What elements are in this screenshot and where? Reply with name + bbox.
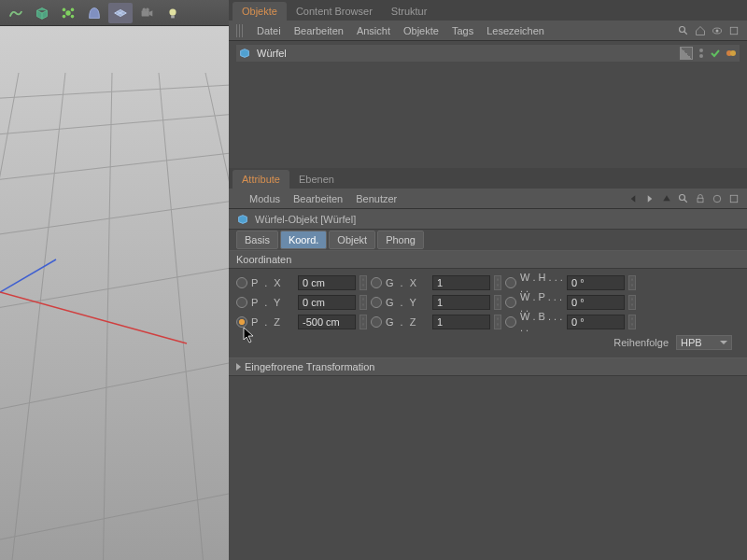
menu-edit[interactable]: Bearbeiten <box>294 25 344 36</box>
tab-objects[interactable]: Objekte <box>233 2 287 21</box>
spinner-py[interactable] <box>359 295 367 310</box>
spinner-wh[interactable] <box>628 275 636 290</box>
input-gx[interactable]: 1 <box>432 275 490 290</box>
order-label: Reihenfolge <box>613 337 669 348</box>
cube-icon <box>238 47 251 60</box>
input-gy[interactable]: 1 <box>432 295 490 310</box>
svg-point-34 <box>680 194 685 200</box>
new-icon[interactable] <box>712 193 723 204</box>
object-manager-tabs: Objekte Content Browser Struktur <box>229 0 747 21</box>
menu-objects[interactable]: Objekte <box>403 25 439 36</box>
svg-point-33 <box>730 50 736 56</box>
object-manager-menu: Datei Bearbeiten Ansicht Objekte Tags Le… <box>229 21 747 41</box>
tab-content-browser[interactable]: Content Browser <box>287 2 382 21</box>
search-icon[interactable] <box>678 193 689 204</box>
tool-camera[interactable] <box>134 3 159 23</box>
grip-icon[interactable] <box>236 24 244 37</box>
check-icon[interactable] <box>710 48 721 59</box>
tab-layers[interactable]: Ebenen <box>289 170 344 189</box>
forward-icon[interactable] <box>644 193 655 204</box>
tab-structure[interactable]: Struktur <box>382 2 437 21</box>
input-wh[interactable]: 0 ° <box>567 275 625 290</box>
svg-point-28 <box>716 29 719 32</box>
key-wb[interactable] <box>505 316 516 328</box>
lock-icon[interactable] <box>695 193 706 204</box>
input-pz[interactable]: -500 cm <box>298 315 356 329</box>
svg-rect-11 <box>171 15 175 18</box>
svg-rect-7 <box>142 10 149 16</box>
section-coordinates: Koordinaten <box>229 250 747 269</box>
svg-point-3 <box>63 14 66 18</box>
input-py[interactable]: 0 cm <box>298 295 356 310</box>
tool-deformer[interactable] <box>82 3 106 23</box>
home-icon[interactable] <box>695 25 706 36</box>
visibility-toggle[interactable] <box>697 47 706 60</box>
back-icon[interactable] <box>627 193 639 204</box>
subtab-object[interactable]: Objekt <box>329 231 375 249</box>
svg-point-8 <box>143 7 147 11</box>
key-gx[interactable] <box>371 277 382 288</box>
order-dropdown[interactable]: HPB <box>676 335 732 350</box>
tool-generator[interactable] <box>56 3 80 23</box>
coord-row-y: P . Y0 cm G . Y1 W . P . . . . .0 ° <box>236 292 740 312</box>
menu-view[interactable]: Ansicht <box>357 25 390 36</box>
menu-user[interactable]: Benutzer <box>356 193 397 204</box>
svg-point-0 <box>65 10 70 15</box>
subtab-phong[interactable]: Phong <box>377 231 424 249</box>
tool-floor[interactable] <box>108 3 133 23</box>
svg-point-10 <box>169 8 176 15</box>
subtab-coord[interactable]: Koord. <box>280 231 327 249</box>
key-wh[interactable] <box>505 277 516 288</box>
svg-rect-38 <box>730 195 738 203</box>
attribute-title: Würfel-Objekt [Würfel] <box>255 214 356 225</box>
menu-bookmarks[interactable]: Lesezeichen <box>486 25 544 36</box>
spinner-gx[interactable] <box>494 275 501 290</box>
svg-line-35 <box>684 199 687 202</box>
menu-mode[interactable]: Modus <box>249 193 280 204</box>
tool-light[interactable] <box>161 3 185 23</box>
input-wp[interactable]: 0 ° <box>567 295 625 310</box>
key-pz[interactable] <box>236 316 247 328</box>
eye-icon[interactable] <box>712 25 723 36</box>
tab-attributes[interactable]: Attribute <box>233 170 289 189</box>
search-icon[interactable] <box>678 25 689 36</box>
svg-point-30 <box>699 49 703 52</box>
tool-freehand[interactable] <box>4 3 28 23</box>
rotation-order-row: Reihenfolge HPB <box>236 331 740 354</box>
coord-row-z: P . Z-500 cm G . Z1 W . B . . . . .0 ° <box>236 312 740 331</box>
menu-file[interactable]: Datei <box>257 25 281 36</box>
input-wb[interactable]: 0 ° <box>567 315 625 329</box>
key-wp[interactable] <box>505 297 516 308</box>
triangle-icon <box>236 363 241 371</box>
key-gz[interactable] <box>371 316 382 328</box>
up-icon[interactable] <box>661 193 672 204</box>
object-tree[interactable]: Würfel <box>229 41 747 168</box>
expand-icon[interactable] <box>728 25 740 36</box>
input-px[interactable]: 0 cm <box>298 275 356 290</box>
menu-tags[interactable]: Tags <box>452 25 473 36</box>
svg-point-37 <box>713 195 721 203</box>
key-py[interactable] <box>236 297 247 308</box>
input-gz[interactable]: 1 <box>432 315 490 329</box>
spinner-gz[interactable] <box>494 315 501 329</box>
viewport-3d[interactable] <box>0 26 229 560</box>
key-gy[interactable] <box>371 297 382 308</box>
spinner-gy[interactable] <box>494 295 501 310</box>
expand-icon[interactable] <box>728 193 740 204</box>
layer-tag[interactable] <box>680 47 693 60</box>
frozen-transform-section[interactable]: Eingefrorene Transformation <box>229 357 747 376</box>
object-row-cube[interactable]: Würfel <box>236 45 740 62</box>
spinner-wp[interactable] <box>628 295 636 310</box>
svg-rect-29 <box>730 27 738 35</box>
spinner-px[interactable] <box>359 275 367 290</box>
spinner-wb[interactable] <box>628 315 636 329</box>
svg-line-26 <box>684 31 687 34</box>
menu-edit2[interactable]: Bearbeiten <box>293 193 343 204</box>
key-px[interactable] <box>236 277 247 288</box>
tool-cube[interactable] <box>30 3 54 23</box>
spinner-pz[interactable] <box>359 315 367 329</box>
phong-tag-icon[interactable] <box>725 47 738 60</box>
object-name: Würfel <box>257 48 287 59</box>
subtab-basis[interactable]: Basis <box>236 231 278 249</box>
svg-point-25 <box>680 26 685 32</box>
